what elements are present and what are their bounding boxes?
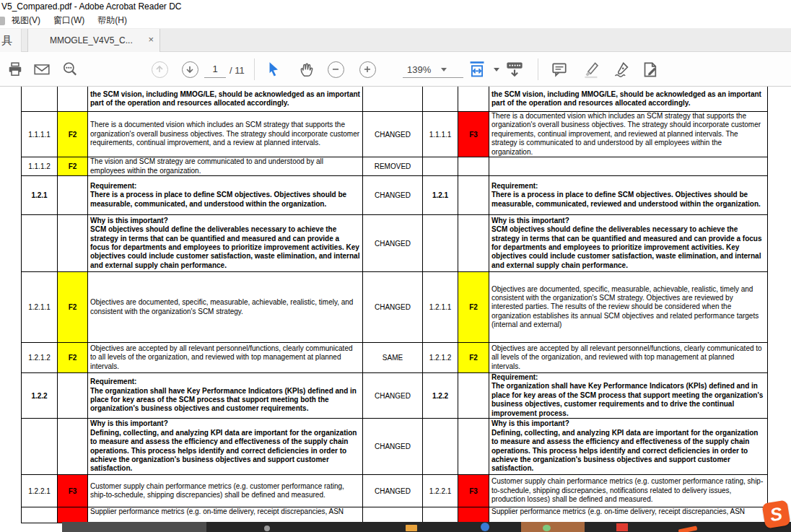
flag-badge-new: F2	[458, 343, 489, 373]
fill-sign-button[interactable]	[641, 61, 660, 78]
flag-badge-old	[58, 87, 88, 112]
req-text-old: the SCM vision, including MMOG/LE, shoul…	[88, 87, 363, 112]
zoom-level-dropdown[interactable]: 139%	[403, 62, 463, 78]
print-button[interactable]	[6, 61, 25, 78]
req-text-new: Why is this important? Defining, collect…	[489, 419, 768, 475]
taskbar-icon-folder[interactable]	[406, 525, 417, 531]
status-cell	[363, 507, 423, 523]
hand-tool-button[interactable]	[297, 61, 316, 78]
table-row: 1.1.1.1F2There is a documented vision wh…	[22, 112, 768, 157]
flag-badge-old: F2	[58, 343, 88, 373]
taskbar-button-active[interactable]	[521, 522, 585, 532]
req-text-new: There is a documented vision which inclu…	[489, 112, 768, 157]
tab-tools-partial[interactable]: 具	[0, 29, 22, 52]
menu-help[interactable]: 帮助(H)	[91, 14, 134, 27]
req-text-new: Why is this important? SCM objectives sh…	[489, 215, 768, 272]
req-id-old: 1.1.1.2	[22, 157, 58, 176]
pdf-page: the SCM vision, including MMOG/LE, shoul…	[0, 87, 791, 532]
flag-badge-new: F3	[458, 112, 489, 157]
sign-button[interactable]	[612, 61, 631, 78]
flag-badge-new: F3	[458, 475, 489, 507]
hand-tool-icon	[299, 61, 315, 78]
req-text-old: Why is this important? Defining, collect…	[88, 419, 363, 475]
flag-badge-new	[458, 215, 489, 272]
flag-badge-new	[458, 157, 489, 176]
zoom-level-value: 139%	[407, 64, 431, 75]
req-text-new: Objectives are documented, specific, mea…	[489, 272, 768, 343]
select-tool-button[interactable]	[264, 61, 283, 78]
req-id-old: 1.2.1.1	[22, 272, 58, 343]
taskbar-icon-browser[interactable]	[481, 523, 489, 531]
req-text-new	[489, 157, 768, 176]
search-icon	[61, 61, 79, 78]
fit-width-button[interactable]	[468, 61, 486, 78]
toolbar-mode-icon	[505, 60, 524, 79]
req-id-old: 1.2.2.1	[22, 475, 58, 507]
page-up-button[interactable]	[150, 61, 169, 78]
taskbar-icon-tray[interactable]	[264, 526, 270, 531]
toolbar-separator	[538, 58, 538, 80]
table-row: 1.2.1Requirement: There is a process in …	[22, 176, 768, 215]
table-row: the SCM vision, including MMOG/LE, shoul…	[22, 87, 768, 112]
req-text-old: Objectives are accepted by all relevant …	[88, 343, 363, 373]
flag-badge-old	[58, 215, 88, 272]
tab-document-label: MMOGLE_V4V5_C...	[50, 35, 133, 45]
flag-badge-old	[58, 373, 88, 419]
page-down-icon	[185, 65, 194, 74]
sogou-ime-icon[interactable]: S	[761, 500, 790, 528]
tab-close-icon[interactable]: ×	[148, 35, 154, 45]
taskbar-icon-green[interactable]	[543, 525, 551, 531]
req-id-new: 1.1.1.1	[423, 112, 458, 157]
req-id-old	[22, 215, 58, 272]
req-id-new: 1.2.2.1	[423, 475, 458, 507]
flag-badge-new	[458, 87, 489, 112]
taskbar-icon-red[interactable]	[616, 523, 628, 531]
table-row: Supplier performance metrics (e.g. on-ti…	[22, 507, 768, 523]
status-cell: CHANGED	[363, 475, 423, 507]
zoom-out-button[interactable]	[326, 61, 345, 78]
status-cell: CHANGED	[363, 272, 423, 343]
comment-icon	[551, 61, 568, 78]
table-row: 1.2.1.1F2Objectives are documented, spec…	[22, 272, 768, 343]
find-button[interactable]	[61, 61, 79, 78]
menu-bar: 视图(V) 窗口(W) 帮助(H)	[0, 13, 791, 29]
req-text-old: Why is this important? SCM objectives sh…	[88, 215, 363, 272]
req-id-new: 1.2.1.2	[423, 343, 458, 373]
zoom-in-button[interactable]	[358, 61, 377, 78]
highlight-icon	[582, 61, 600, 79]
highlight-button[interactable]	[582, 61, 600, 78]
req-text-old: There is a documented vision which inclu…	[88, 112, 363, 157]
req-id-new	[423, 87, 458, 112]
status-cell: CHANGED	[363, 215, 423, 272]
table-row: Why is this important? Defining, collect…	[22, 419, 768, 475]
toolbar-mode-button[interactable]	[505, 61, 524, 78]
table-row: 1.2.2.1F3Customer supply chain performan…	[22, 475, 768, 507]
req-id-new: 1.2.1	[423, 176, 458, 215]
req-id-old: 1.2.1	[22, 176, 58, 215]
toolbar-separator	[254, 58, 255, 80]
chevron-down-icon	[441, 68, 447, 71]
menu-window[interactable]: 窗口(W)	[47, 14, 91, 27]
tab-document[interactable]: MMOGLE_V4V5_C... ×	[27, 29, 160, 52]
window-title: V5_Compared.pdf - Adobe Acrobat Reader D…	[1, 1, 181, 12]
req-id-old: 1.2.1.2	[22, 343, 58, 373]
table-row: Why is this important? SCM objectives sh…	[22, 215, 768, 272]
zoom-in-icon	[363, 65, 372, 74]
req-text-old: Requirement: The organization shall have…	[88, 373, 363, 419]
comment-button[interactable]	[550, 61, 569, 78]
flag-badge-old	[58, 176, 88, 215]
req-id-old	[22, 87, 58, 112]
flag-badge-new	[458, 176, 489, 215]
select-tool-icon	[266, 61, 281, 78]
req-id-new	[423, 215, 458, 272]
page-number-input[interactable]	[205, 64, 225, 74]
flag-badge-old: F3	[58, 475, 88, 507]
email-button[interactable]	[32, 61, 51, 78]
menu-view[interactable]: 视图(V)	[5, 14, 47, 27]
req-id-old: 1.2.2	[22, 373, 58, 419]
status-cell: CHANGED	[363, 112, 423, 157]
page-down-button[interactable]	[180, 61, 199, 78]
req-text-old: Objectives are documented, specific, mea…	[88, 272, 363, 343]
fit-width-chevron-icon[interactable]	[494, 68, 499, 71]
zoom-out-icon	[331, 65, 340, 74]
